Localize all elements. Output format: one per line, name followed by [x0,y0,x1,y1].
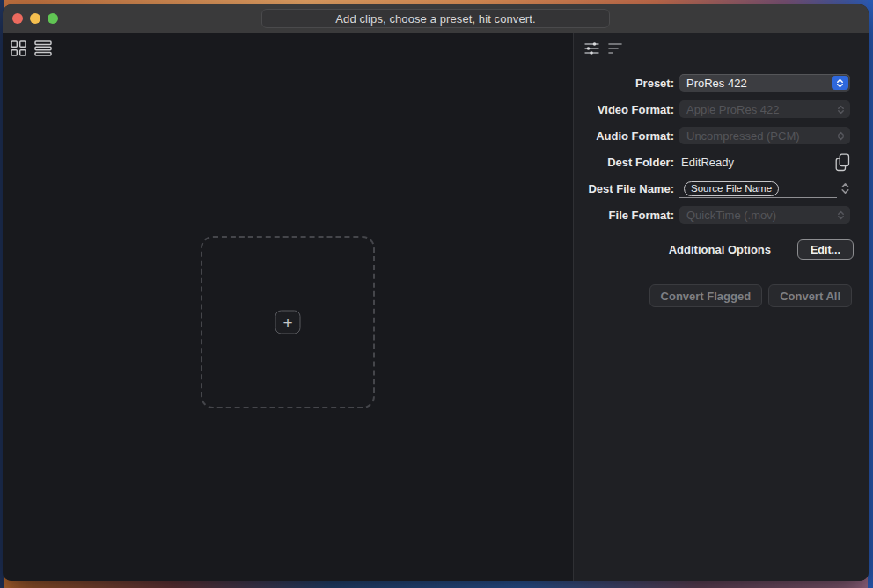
app-window: Add clips, choose a preset, hit convert. [3,4,869,581]
convert-all-button[interactable]: Convert All [768,284,852,307]
plus-icon: + [282,314,292,331]
view-mode-toolbar [11,40,52,56]
pages-stack-icon[interactable] [835,153,850,172]
dest-folder-label: Dest Folder: [574,156,674,169]
popup-chevrons-icon [837,105,845,114]
popup-chevrons-icon [837,210,845,220]
settings-toolbar [584,41,622,55]
dest-folder-value: EditReady [679,156,734,169]
preset-row: Preset: ProRes 422 [574,74,869,92]
dest-folder-row: Dest Folder: EditReady [574,153,869,171]
video-format-popup: Apple ProRes 422 [679,100,850,118]
video-format-row: Video Format: Apple ProRes 422 [574,100,869,118]
video-format-value: Apple ProRes 422 [679,103,837,116]
audio-format-label: Audio Format: [574,129,674,143]
clip-list-pane: + [3,33,573,581]
popup-chevrons-icon [837,131,845,141]
traffic-lights [3,13,58,24]
audio-format-popup: Uncompressed (PCM) [679,127,850,144]
popup-chevrons-icon [832,76,848,90]
dest-file-name-label: Dest File Name: [574,182,674,195]
convert-buttons-row: Convert Flagged Convert All [649,284,852,307]
minimize-button[interactable] [30,13,40,24]
file-format-row: File Format: QuickTime (.mov) [574,206,869,224]
clip-drop-zone[interactable]: + [201,236,375,408]
audio-format-row: Audio Format: Uncompressed (PCM) [574,127,869,144]
dest-file-name-field[interactable]: Source File Name [679,180,850,198]
file-format-popup: QuickTime (.mov) [679,206,850,224]
close-button[interactable] [12,13,23,24]
convert-flagged-button[interactable]: Convert Flagged [649,284,763,307]
dest-file-name-row: Dest File Name: Source File Name [574,180,869,197]
list-view-icon[interactable] [34,40,52,56]
audio-format-value: Uncompressed (PCM) [679,129,837,143]
zoom-button[interactable] [48,13,58,24]
token-stepper[interactable] [840,182,850,195]
preset-label: Preset: [574,77,674,90]
settings-pane: Preset: ProRes 422 Video Format: [574,33,869,581]
titlebar: Add clips, choose a preset, hit convert. [3,4,869,33]
video-format-label: Video Format: [574,103,674,116]
status-message: Add clips, choose a preset, hit convert. [335,12,535,26]
preset-value: ProRes 422 [679,77,832,90]
add-clips-button[interactable]: + [275,311,301,334]
additional-options-row: Additional Options Edit... [574,239,854,260]
sort-lines-icon[interactable] [608,41,622,55]
file-format-label: File Format: [574,209,674,222]
grid-view-icon[interactable] [11,40,26,56]
source-file-name-token[interactable]: Source File Name [684,181,779,196]
window-content: + [3,33,869,581]
edit-options-button[interactable]: Edit... [797,239,854,260]
file-format-value: QuickTime (.mov) [679,209,837,222]
additional-options-label: Additional Options [669,243,771,256]
conversion-form: Preset: ProRes 422 Video Format: [574,74,869,232]
status-message-box: Add clips, choose a preset, hit convert. [261,9,610,28]
field-underline [679,197,837,198]
filter-sliders-icon[interactable] [584,41,599,55]
preset-popup[interactable]: ProRes 422 [679,74,850,92]
